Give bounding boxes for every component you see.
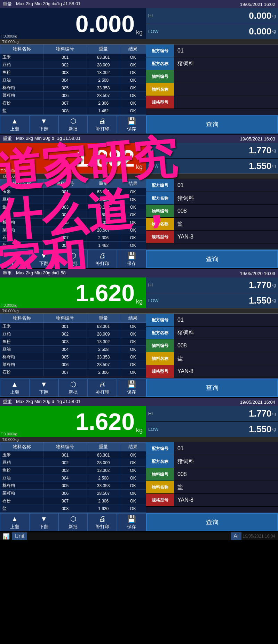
specs-4: Max 2kg Min 20g d=1g J1.58.01 — [16, 399, 80, 405]
th-code-1: 物料编号 — [43, 45, 87, 54]
info-row-wlmc-4: 物料名称 盐 — [146, 481, 278, 494]
label-wlmc-4: 物料名称 — [146, 481, 174, 493]
label-name-1: 配方名称 — [146, 57, 174, 70]
label-gg-2: 规格型号 — [146, 231, 174, 243]
btn-save-4[interactable]: 💾 保存 — [117, 513, 146, 531]
table-row: 石粉0072.306OK — [0, 99, 146, 107]
th-code-2: 物料编号 — [43, 179, 87, 188]
table-row: 鱼粉00313.302OK — [0, 69, 146, 77]
table-row: 棉籽粕00533.353OK — [0, 219, 146, 226]
table-row: 棉籽粕00533.353OK — [0, 84, 146, 92]
th-name-4: 物料名称 — [0, 443, 44, 451]
th-weight-4: 重量 — [87, 443, 120, 451]
hi-value-1: 0.000 — [249, 10, 271, 21]
th-weight-2: 重量 — [87, 179, 120, 188]
hi-unit-4: kg — [271, 411, 276, 416]
btn-query-1[interactable]: 查询 — [146, 115, 278, 134]
value-wlbh-2: 008 — [174, 208, 278, 214]
main-weight-1: 0.000 — [76, 12, 135, 35]
zero-info-2: T:0.000kg — [0, 174, 278, 179]
btn-new-1[interactable]: ⬡ 新批 — [58, 115, 88, 134]
btn-up-label-4: 上翻 — [10, 524, 19, 530]
btn-save-2[interactable]: 💾 保存 — [117, 250, 146, 268]
table-row: 石粉0072.306OK — [0, 497, 146, 505]
label-gg-1: 规格型号 — [146, 96, 174, 108]
btn-save-label-3: 保存 — [127, 389, 136, 395]
value-gg-3: YAN-8 — [174, 368, 278, 375]
zero-info-4: T:0.000kg — [0, 437, 278, 442]
table-row: 盐0081.620OK — [0, 505, 146, 513]
main-unit-3: kg — [136, 298, 143, 305]
table-row: 盐0081.462OK — [0, 107, 146, 115]
low-label-2: LOW — [148, 163, 159, 169]
btn-up-2[interactable]: ▲ 上翻 — [0, 250, 29, 268]
btn-print-1[interactable]: 🖨 补打印 — [88, 115, 117, 134]
table-left-3: 物料名称 物料编号 重量 结果 玉米00163.301OK豆粕00228.009… — [0, 314, 146, 378]
low-label-3: LOW — [148, 298, 159, 303]
value-pf-2: 01 — [174, 182, 278, 188]
btn-print-label-3: 补打印 — [96, 389, 109, 395]
top-bar-1: 重量 Max 2kg Min 20g d=1g J1.58.01 19/05/2… — [0, 0, 278, 8]
th-weight-1: 重量 — [87, 45, 120, 54]
label-name-2: 配方名称 — [146, 192, 174, 204]
top-bar-3: 重重 Max 2kg Min 20g d=1.58 19/05/2020 16:… — [0, 269, 278, 277]
bottom-icon: 📊 — [3, 533, 10, 540]
info-row-pf-3: 配方编号 01 — [146, 314, 278, 327]
label-name-3: 配方名称 — [146, 327, 174, 339]
th-weight-3: 重量 — [87, 314, 120, 323]
table-area-1: 物料名称 物料编号 重量 结果 玉米00163.301OK豆粕00228.009… — [0, 45, 278, 115]
info-row-name-3: 配方名称 猪饲料 — [146, 327, 278, 339]
btn-new-label-1: 新批 — [69, 126, 78, 132]
btn-up-3[interactable]: ▲ 上翻 — [0, 379, 29, 397]
btn-down-2[interactable]: ▼ 下翻 — [29, 250, 58, 268]
btn-new-4[interactable]: ⬡ 新批 — [58, 513, 88, 531]
app-container: 重量 Max 2kg Min 20g d=1g J1.58.01 19/05/2… — [0, 0, 278, 540]
value-pf-1: 01 — [174, 48, 278, 54]
low-unit-2: kg — [271, 163, 276, 168]
btn-up-4[interactable]: ▲ 上翻 — [0, 513, 29, 531]
value-wlmc-4: 盐 — [174, 484, 278, 491]
btn-down-label-3: 下翻 — [39, 389, 48, 395]
zero-label-3: T:0.000kg — [1, 303, 17, 307]
btn-save-label-4: 保存 — [127, 524, 136, 530]
btn-save-label-2: 保存 — [127, 260, 136, 267]
label-wlbh-2: 物料编号 — [146, 205, 174, 217]
th-result-2: 结果 — [120, 179, 146, 188]
table-area-4: 物料名称 物料编号 重量 结果 玉米00163.301OK豆粕00228.009… — [0, 442, 278, 513]
btn-print-2[interactable]: 🖨 补打印 — [88, 250, 117, 268]
info-row-wlbh-3: 物料编号 008 — [146, 339, 278, 352]
btn-up-1[interactable]: ▲ 上翻 — [0, 115, 29, 134]
btn-query-2[interactable]: 查询 — [146, 250, 278, 268]
specs-1: Max 2kg Min 20g d=1g J1.58.01 — [16, 1, 80, 7]
low-unit-3: kg — [271, 298, 276, 303]
value-name-3: 猪饲料 — [174, 329, 278, 337]
btn-new-label-4: 新批 — [69, 524, 78, 530]
table-row: 豆粕00228.009OK — [0, 459, 146, 467]
table-right-1: 配方编号 01 配方名称 猪饲料 物料编号 物料名称 — [146, 45, 278, 115]
btn-save-3[interactable]: 💾 保存 — [117, 379, 146, 397]
btn-new-2[interactable]: ⬡ 新批 — [58, 250, 88, 268]
label-wlmc-3: 物料名称 — [146, 352, 174, 365]
btn-up-label-3: 上翻 — [10, 389, 19, 395]
btn-query-3[interactable]: 查询 — [146, 379, 278, 397]
th-code-3: 物料编号 — [43, 314, 87, 323]
datetime-4: 19/05/2021 16:04 — [240, 400, 275, 405]
datetime-1: 19/05/2021 16:02 — [240, 2, 275, 7]
btn-print-3[interactable]: 🖨 补打印 — [88, 379, 117, 397]
info-row-gg-4: 规格型号 YAN-8 — [146, 494, 278, 507]
btn-down-3[interactable]: ▼ 下翻 — [29, 379, 58, 397]
btn-save-1[interactable]: 💾 保存 — [117, 115, 146, 134]
bottom-ai-label: Ai — [231, 532, 241, 540]
value-gg-4: YAN-8 — [174, 497, 278, 503]
btn-new-3[interactable]: ⬡ 新批 — [58, 379, 88, 397]
btn-query-4[interactable]: 查询 — [146, 513, 278, 531]
label-wlbh-4: 物料编号 — [146, 468, 174, 481]
panel-1-content: 重量 Max 2kg Min 20g d=1g J1.58.01 19/05/2… — [0, 0, 278, 135]
info-row-pf-2: 配方编号 01 — [146, 179, 278, 192]
table-right-3: 配方编号 01 配方名称 猪饲料 物料编号 008 物料名称 盐 — [146, 314, 278, 378]
table-row: 石粉0072.306OK — [0, 234, 146, 242]
btn-down-4[interactable]: ▼ 下翻 — [29, 513, 58, 531]
btn-print-4[interactable]: 🖨 补打印 — [88, 513, 117, 531]
btn-down-1[interactable]: ▼ 下翻 — [29, 115, 58, 134]
hi-label-1: HI — [148, 13, 153, 18]
